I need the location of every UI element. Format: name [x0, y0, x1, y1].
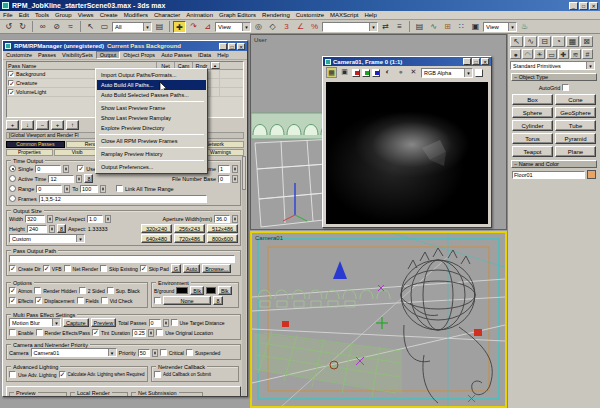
frames-radio[interactable]	[9, 195, 16, 202]
green-channel-icon[interactable]	[362, 69, 370, 77]
menu-character[interactable]: Character	[151, 12, 183, 18]
browse-button[interactable]: Browse...	[202, 264, 231, 273]
spinner[interactable]	[76, 175, 82, 183]
add-pass-button[interactable]: +	[6, 120, 19, 130]
rpm-menu-idata[interactable]: IData	[195, 52, 214, 58]
tab-visib[interactable]: Visib	[54, 149, 101, 156]
teapot-button[interactable]: Teapot	[512, 146, 553, 157]
render-effects-pass-checkbox[interactable]	[36, 329, 43, 336]
select-object-icon[interactable]: ↖	[84, 21, 97, 33]
camera-dropdown[interactable]: Camera01	[31, 348, 117, 357]
menu-graph-editors[interactable]: Graph Editors	[216, 12, 259, 18]
move-up-button[interactable]: ↑	[66, 120, 79, 130]
size-mode-dropdown[interactable]: Custom	[9, 234, 85, 243]
geosphere-button[interactable]: GeoSphere	[555, 107, 596, 118]
skip-existing-checkbox[interactable]	[100, 265, 107, 272]
selection-filter-dropdown[interactable]: All	[112, 22, 152, 32]
tube-button[interactable]: Tube	[555, 120, 596, 131]
spinner[interactable]	[232, 215, 238, 223]
background-color-swatch[interactable]	[176, 287, 188, 294]
blue-channel-icon[interactable]	[372, 69, 380, 77]
menu-item-show-last-frame[interactable]: Show Last Preview Frame	[97, 103, 206, 113]
fields-checkbox[interactable]	[77, 297, 84, 304]
undo-icon[interactable]: ↺	[2, 21, 15, 33]
save-bitmap-icon[interactable]: ▦	[326, 67, 337, 78]
minimize-icon[interactable]: _	[569, 2, 578, 10]
menu-item-output-preferences[interactable]: Output Preferences...	[97, 162, 206, 172]
use-target-checkbox[interactable]	[171, 319, 178, 326]
preset-320x240-button[interactable]: 320x240	[141, 224, 172, 233]
viewport-camera01[interactable]: Camera01	[250, 231, 507, 408]
cone-button[interactable]: Cone	[555, 94, 596, 105]
sphere-button[interactable]: Sphere	[512, 107, 553, 118]
rect-region-icon[interactable]: ▭	[98, 21, 111, 33]
named-sets-dropdown[interactable]	[322, 22, 378, 32]
cat-systems-icon[interactable]: #	[582, 49, 593, 59]
redo-icon[interactable]: ↻	[16, 21, 29, 33]
tab-properties[interactable]: Properties	[6, 149, 53, 156]
menu-tools[interactable]: Tools	[32, 12, 52, 18]
minimize-icon[interactable]: _	[463, 58, 471, 65]
remove-pass-button[interactable]: −	[36, 120, 49, 130]
preset-256x243-button[interactable]: 256x243	[174, 224, 205, 233]
select-by-name-icon[interactable]: ▤	[153, 21, 166, 33]
tint-checkbox[interactable]	[92, 329, 99, 336]
use-adv-lighting-checkbox[interactable]	[9, 371, 16, 378]
maximize-icon[interactable]: □	[228, 43, 236, 50]
rpm-menu-passes[interactable]: Passes	[35, 52, 59, 58]
tab-common-passes[interactable]: Common Passes	[6, 141, 65, 148]
lock-icon[interactable]: 8	[84, 174, 93, 183]
menu-file[interactable]: File	[0, 12, 16, 18]
menu-item-show-last-ramplay[interactable]: Show Last Preview Ramplay	[97, 113, 206, 123]
list-scroll-up-icon[interactable]: ▲	[211, 62, 220, 69]
effects-checkbox[interactable]	[9, 297, 16, 304]
red-channel-icon[interactable]	[352, 69, 360, 77]
menu-group[interactable]: Group	[52, 12, 75, 18]
use-current-time-checkbox[interactable]	[77, 165, 84, 172]
range-from-field[interactable]: 0	[36, 185, 62, 193]
duplicate-pass-button[interactable]: +	[51, 120, 64, 130]
color-swatch[interactable]	[475, 69, 483, 77]
preview-button[interactable]: Preview	[91, 318, 117, 327]
percent-snap-icon[interactable]: %	[308, 21, 321, 33]
tab-hierarchy-icon[interactable]: ⊟	[538, 36, 551, 47]
tab-display-icon[interactable]: ▦	[566, 36, 579, 47]
link-all-checkbox[interactable]	[116, 185, 123, 192]
autogrid-checkbox[interactable]	[562, 84, 569, 91]
bground-blk-button[interactable]: Blk	[190, 286, 204, 295]
width-field[interactable]: 320	[25, 215, 45, 223]
ambient-color-swatch[interactable]	[206, 287, 216, 294]
rpm-menu-object-props[interactable]: Object Props	[120, 52, 158, 58]
name-color-rollout[interactable]: Name and Color	[511, 160, 597, 168]
minimize-icon[interactable]: _	[219, 43, 227, 50]
clear-icon[interactable]: ✕	[408, 67, 419, 78]
menu-modifiers[interactable]: Modifiers	[121, 12, 151, 18]
window-titlebar[interactable]: RPM_JobKline_starterScene03.max - 3ds ma…	[0, 0, 600, 11]
total-passes-field[interactable]: 0	[149, 319, 161, 327]
rollout-scrollbar[interactable]	[242, 156, 246, 396]
cat-shapes-icon[interactable]: ◠	[522, 49, 533, 59]
rpm-titlebar[interactable]: RPM/RPManager (unregistered) Current Pas…	[3, 41, 247, 51]
height-field[interactable]: 240	[27, 225, 47, 233]
spinner[interactable]	[63, 165, 69, 173]
env-8-button[interactable]: 8	[213, 296, 223, 305]
pass-checkbox[interactable]	[8, 71, 14, 77]
frames-field[interactable]: 1,3,5-12	[39, 195, 207, 203]
spinner[interactable]	[100, 185, 106, 193]
spinner[interactable]	[47, 215, 53, 223]
cat-cameras-icon[interactable]: ▭	[546, 49, 557, 59]
range-radio[interactable]	[9, 185, 16, 192]
g-button[interactable]: G	[171, 264, 181, 273]
skip-pad-checkbox[interactable]	[140, 265, 147, 272]
nth-frame-field[interactable]: 1	[218, 165, 230, 173]
create-dir-checkbox[interactable]	[9, 265, 16, 272]
render-scene-icon[interactable]: ▣	[469, 21, 482, 33]
move-icon[interactable]: ✚	[173, 21, 186, 33]
auto-button[interactable]: Auto	[183, 264, 200, 273]
spinner[interactable]	[148, 329, 154, 337]
menu-help[interactable]: Help	[361, 12, 379, 18]
preset-512x486-button[interactable]: 512x486	[207, 224, 238, 233]
pixel-aspect-field[interactable]: 1.0	[87, 215, 103, 223]
monochrome-icon[interactable]: ●	[395, 67, 406, 78]
close-icon[interactable]: ✕	[589, 2, 598, 10]
